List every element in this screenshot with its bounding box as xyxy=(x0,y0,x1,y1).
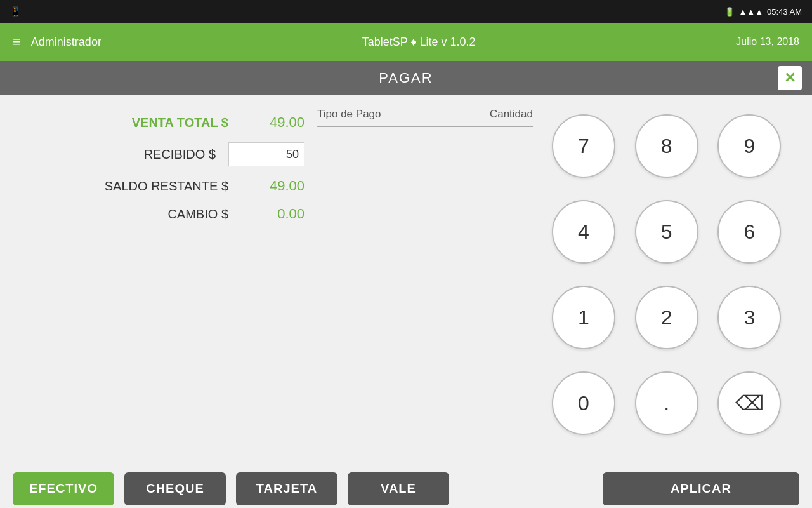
col-tipo: Tipo de Pago xyxy=(317,108,425,121)
venta-value: 49.00 xyxy=(241,114,304,131)
numpad-btn-dot[interactable]: . xyxy=(635,371,698,435)
status-left: 📱 xyxy=(10,6,21,17)
numpad-btn-8[interactable]: 8 xyxy=(635,114,698,178)
recibido-label: RECIBIDO $ xyxy=(144,147,216,162)
saldo-label: SALDO RESTANTE $ xyxy=(105,179,228,194)
numpad-btn-7[interactable]: 7 xyxy=(552,114,615,178)
efectivo-button[interactable]: EFECTIVO xyxy=(13,472,114,505)
numpad-btn-0[interactable]: 0 xyxy=(552,371,615,435)
numpad-btn-4[interactable]: 4 xyxy=(552,200,615,264)
recibido-row: RECIBIDO $ xyxy=(13,142,304,166)
wifi-icon: ▲▲▲ xyxy=(738,7,763,17)
numpad: 7894561230.⌫ xyxy=(546,108,799,456)
numpad-btn-5[interactable]: 5 xyxy=(635,200,698,264)
menu-icon[interactable]: ≡ xyxy=(13,34,21,50)
numpad-btn-1[interactable]: 1 xyxy=(552,286,615,349)
saldo-row: SALDO RESTANTE $ 49.00 xyxy=(13,178,304,194)
status-right: 🔋 ▲▲▲ 05:43 AM xyxy=(724,7,802,17)
status-bar: 📱 🔋 ▲▲▲ 05:43 AM xyxy=(0,0,812,23)
time-display: 05:43 AM xyxy=(767,7,802,17)
col-cantidad: Cantidad xyxy=(425,108,533,121)
phone-icon: 📱 xyxy=(10,6,21,17)
numpad-btn-2[interactable]: 2 xyxy=(635,286,698,349)
numpad-btn-3[interactable]: 3 xyxy=(717,286,781,349)
main-content: PAGAR ✕ VENTA TOTAL $ 49.00 RECIBIDO $ S… xyxy=(0,61,812,469)
aplicar-button[interactable]: APLICAR xyxy=(603,472,799,505)
left-panel: VENTA TOTAL $ 49.00 RECIBIDO $ SALDO RES… xyxy=(13,108,304,456)
cambio-label: CAMBIO $ xyxy=(167,207,228,222)
tarjeta-button[interactable]: TARJETA xyxy=(236,472,337,505)
cheque-button[interactable]: CHEQUE xyxy=(124,472,226,505)
app-title: TabletSP ♦ Lite v 1.0.2 xyxy=(362,36,476,49)
date-display: Julio 13, 2018 xyxy=(736,36,799,48)
pagar-header: PAGAR ✕ xyxy=(0,61,812,95)
vale-button[interactable]: VALE xyxy=(348,472,449,505)
close-button[interactable]: ✕ xyxy=(778,66,802,90)
top-bar: ≡ Administrador TabletSP ♦ Lite v 1.0.2 … xyxy=(0,23,812,61)
venta-label: VENTA TOTAL $ xyxy=(132,116,228,130)
cambio-value: 0.00 xyxy=(241,206,304,222)
numpad-btn-9[interactable]: 9 xyxy=(717,114,781,178)
battery-icon: 🔋 xyxy=(724,7,735,17)
numpad-btn-6[interactable]: 6 xyxy=(717,200,781,264)
cambio-row: CAMBIO $ 0.00 xyxy=(13,206,304,222)
pagar-title: PAGAR xyxy=(379,70,433,86)
content-area: VENTA TOTAL $ 49.00 RECIBIDO $ SALDO RES… xyxy=(0,95,812,469)
saldo-value: 49.00 xyxy=(241,178,304,194)
table-header: Tipo de Pago Cantidad xyxy=(317,108,533,127)
numpad-btn-backspace[interactable]: ⌫ xyxy=(717,371,781,435)
user-name: Administrador xyxy=(31,36,102,49)
recibido-input[interactable] xyxy=(228,142,304,166)
payment-table-panel: Tipo de Pago Cantidad xyxy=(317,108,533,456)
venta-row: VENTA TOTAL $ 49.00 xyxy=(13,114,304,131)
bottom-bar: EFECTIVO CHEQUE TARJETA VALE APLICAR xyxy=(0,469,812,508)
